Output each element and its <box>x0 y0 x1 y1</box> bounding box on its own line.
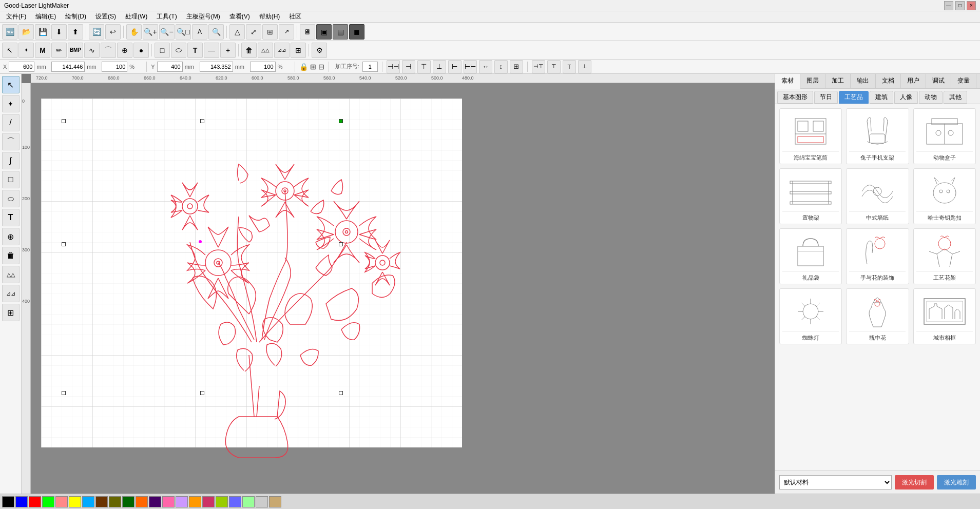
color-silver[interactable] <box>256 496 268 507</box>
asset-item-1[interactable]: 海绵宝宝笔筒 <box>779 108 842 164</box>
asset-item-2[interactable]: 兔子手机支架 <box>846 108 909 164</box>
plus-btn[interactable]: + <box>220 43 236 58</box>
asset-item-4[interactable]: 置物架 <box>779 168 842 224</box>
align-bottom-btn[interactable]: ⊢ <box>448 60 462 73</box>
asset-item-10[interactable]: 蜘蛛灯 <box>779 288 842 344</box>
lock-icon[interactable]: 🔒 <box>299 63 308 71</box>
color-lime[interactable] <box>216 496 228 507</box>
subtab-basic[interactable]: 基本图形 <box>777 91 813 104</box>
tab-output[interactable]: 输出 <box>851 74 876 88</box>
import-button[interactable]: ⬇ <box>51 24 67 40</box>
x3-value-input[interactable] <box>102 62 127 72</box>
origin-button[interactable]: ⤢ <box>246 24 261 40</box>
color-purple[interactable] <box>149 496 161 507</box>
asset-item-9[interactable]: 工艺花架 <box>913 228 976 284</box>
align-canvas-btn[interactable]: ⊞ <box>510 60 523 73</box>
laser-cut-button[interactable]: 激光切割 <box>895 475 934 490</box>
color-green[interactable] <box>42 496 54 507</box>
menu-edit[interactable]: 编辑(E) <box>31 11 60 22</box>
tool-delete[interactable]: 🗑 <box>2 247 20 264</box>
processing-input[interactable] <box>362 62 378 72</box>
menu-file[interactable]: 文件(F) <box>2 11 30 22</box>
sel-handle-mr[interactable] <box>339 242 343 246</box>
subtab-portrait[interactable]: 人像 <box>894 91 918 104</box>
pen-tool-btn[interactable]: ✏ <box>51 43 67 58</box>
device-button[interactable]: 🖥 <box>300 24 315 40</box>
laser-engrave-button[interactable]: 激光雕刻 <box>937 475 976 490</box>
color-tan[interactable] <box>269 496 281 507</box>
window-controls[interactable]: — □ × <box>944 1 976 10</box>
asset-item-8[interactable]: 手与花的装饰 <box>846 228 909 284</box>
color-periwinkle[interactable] <box>229 496 241 507</box>
zoom-in-button[interactable]: 🔍+ <box>143 24 158 40</box>
color-lavender[interactable] <box>176 496 188 507</box>
menu-draw[interactable]: 绘制(D) <box>61 11 90 22</box>
subtab-holiday[interactable]: 节日 <box>814 91 838 104</box>
tab-var[interactable]: 变量 <box>951 74 976 88</box>
menu-help[interactable]: 帮助(H) <box>255 11 284 22</box>
m-tool-btn[interactable]: M <box>35 43 50 58</box>
export-button[interactable]: ⬆ <box>68 24 83 40</box>
color-yellow[interactable] <box>69 496 81 507</box>
color-red[interactable] <box>29 496 41 507</box>
zoom-out-button[interactable]: 🔍− <box>159 24 175 40</box>
canvas-area[interactable]: 720.0 700.0 680.0 660.0 640.0 620.0 600.… <box>22 74 775 494</box>
circle-btn[interactable]: ● <box>133 43 149 58</box>
minimize-button[interactable]: — <box>944 1 953 10</box>
refresh-button[interactable]: 🔄 <box>89 24 104 40</box>
extra-btn3[interactable]: T <box>563 60 576 73</box>
process-btn2[interactable]: ▤ <box>333 24 348 40</box>
close-button[interactable]: × <box>967 1 976 10</box>
grid-button[interactable]: ⊞ <box>262 24 278 40</box>
settings-btn[interactable]: ⚙ <box>312 43 327 58</box>
color-black[interactable] <box>2 496 14 507</box>
arc-btn[interactable]: ⌒ <box>101 43 116 58</box>
color-brown[interactable] <box>95 496 108 507</box>
y3-value-input[interactable] <box>250 62 276 72</box>
color-olive[interactable] <box>109 496 121 507</box>
align-center-h-btn[interactable]: ⊣ <box>402 60 415 73</box>
mirror-v-btn[interactable]: ⊿⊿ <box>274 43 290 58</box>
subtab-craft[interactable]: 工艺品 <box>839 91 869 104</box>
rotate-button[interactable]: ↗ <box>279 24 294 40</box>
wave-btn[interactable]: ∿ <box>84 43 100 58</box>
frame-button[interactable]: △ <box>229 24 245 40</box>
zoom-fit-button[interactable]: 🔍□ <box>176 24 191 40</box>
select-tool-btn[interactable]: ↖ <box>2 43 17 58</box>
tool-measure[interactable]: ⊕ <box>2 228 20 245</box>
bmp-btn[interactable]: BMP <box>68 43 83 58</box>
sel-handle-ml[interactable] <box>62 242 66 246</box>
asset-item-7[interactable]: 礼品袋 <box>779 228 842 284</box>
tab-user[interactable]: 用户 <box>901 74 926 88</box>
color-darkgreen[interactable] <box>122 496 134 507</box>
tab-debug[interactable]: 调试 <box>926 74 951 88</box>
subtab-animal[interactable]: 动物 <box>919 91 943 104</box>
asset-item-5[interactable]: 中式墙纸 <box>846 168 909 224</box>
tool-text[interactable]: T <box>2 209 20 226</box>
process-btn3[interactable]: ◼ <box>349 24 364 40</box>
open-button[interactable]: 📂 <box>18 24 34 40</box>
tool-rect[interactable]: □ <box>2 171 20 188</box>
tool-mirror-h[interactable]: △△ <box>2 266 20 283</box>
array-btn[interactable]: ⊞ <box>291 43 306 58</box>
tool-node[interactable]: ✦ <box>2 95 20 112</box>
tab-process[interactable]: 加工 <box>825 74 851 88</box>
grid-icon2[interactable]: ⊟ <box>318 63 324 71</box>
mirror-h-btn[interactable]: △△ <box>258 43 273 58</box>
sel-handle-bc[interactable] <box>200 391 204 395</box>
tool-polyline[interactable]: ⌒ <box>2 133 20 150</box>
asset-item-3[interactable]: 动物盒子 <box>913 108 976 164</box>
delete-btn[interactable]: 🗑 <box>241 43 257 58</box>
color-amber[interactable] <box>189 496 201 507</box>
subtab-arch[interactable]: 建筑 <box>870 91 893 104</box>
zoom-text-button[interactable]: A <box>192 24 207 40</box>
align-middle-v-btn[interactable]: ⊥ <box>433 60 446 73</box>
tool-line[interactable]: / <box>2 114 20 131</box>
tool-array[interactable]: ⊞ <box>2 304 20 321</box>
grid-icon[interactable]: ⊞ <box>310 63 316 71</box>
asset-item-12[interactable]: 城市相框 <box>913 288 976 344</box>
menu-tools[interactable]: 工具(T) <box>152 11 181 22</box>
extra-btn1[interactable]: ⊣⊤ <box>532 60 545 73</box>
menu-view[interactable]: 查看(V) <box>225 11 254 22</box>
tool-bezier[interactable]: ∫ <box>2 152 20 169</box>
